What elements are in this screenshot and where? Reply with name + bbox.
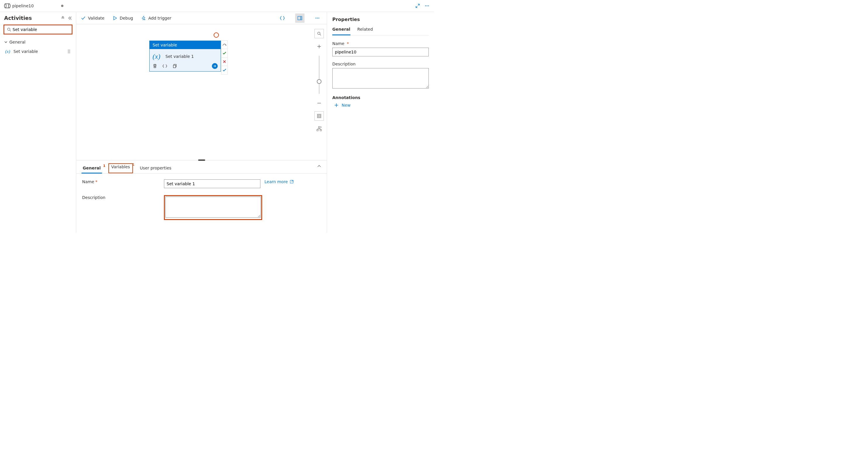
drag-handle-icon [68,50,70,54]
activity-card-set-variable[interactable]: Set variable (x) Set variable 1 [149,41,221,71]
svg-point-3 [427,5,428,6]
search-icon [7,28,11,32]
expand-icon[interactable] [415,3,420,8]
new-annotation-button[interactable]: New [332,103,351,107]
canvas-search-button[interactable] [314,29,324,38]
add-trigger-button[interactable]: Add trigger [141,16,171,21]
status-completion-icon[interactable] [221,66,228,74]
svg-rect-25 [317,129,318,131]
collapse-panel-icon[interactable] [317,164,321,168]
zoom-thumb[interactable] [317,79,321,84]
svg-line-6 [10,30,11,32]
activity-description-input[interactable] [165,197,261,218]
svg-rect-10 [69,50,70,54]
badge: 1 [133,163,135,166]
toolbar-more-icon[interactable] [313,13,322,23]
badge: 1 [103,164,105,168]
description-highlight [164,195,262,220]
auto-layout-button[interactable] [314,124,324,133]
more-icon[interactable] [425,3,429,8]
activities-search-highlight [3,25,72,34]
svg-point-17 [317,18,318,19]
delete-icon[interactable] [153,64,157,68]
canvas-tools [314,29,324,133]
svg-text:(x): (x) [5,49,10,54]
activity-name-input[interactable] [164,179,260,188]
activity-bottom-tabs: General 1 Variables 1 User properties [76,160,327,174]
bottom-tab-general[interactable]: General 1 [82,166,102,173]
pipeline-icon [4,3,10,8]
svg-point-5 [8,28,10,30]
external-link-icon [290,180,294,184]
activities-group-label: General [9,40,25,44]
svg-rect-8 [68,50,68,54]
pipeline-tab-name[interactable]: pipeline10 [12,3,34,8]
svg-rect-20 [173,65,176,68]
bottom-tab-variables[interactable]: Variables 1 [110,164,131,172]
collapse-sidebar-icon[interactable] [68,16,72,20]
unsaved-dot-icon [61,5,63,7]
variables-tab-highlight: Variables 1 [108,163,133,173]
status-skip-icon[interactable] [221,40,228,49]
svg-rect-23 [317,114,321,118]
svg-point-1 [8,4,10,8]
activity-arrow-icon[interactable] [212,63,218,69]
svg-point-4 [428,5,429,6]
debug-label: Debug [120,16,133,21]
description-label: Description [82,195,164,200]
activities-search-input[interactable] [4,25,72,34]
svg-rect-26 [320,129,321,131]
activity-bottom-panel: General 1 Variables 1 User properties [76,160,327,233]
variable-icon: (x) [5,49,11,54]
properties-pane: Properties General Related Name * Descri… [327,12,434,233]
learn-more-link[interactable]: Learn more [265,179,294,184]
props-description-label: Description [332,62,429,66]
activities-title: Activities [4,15,32,21]
status-fail-icon[interactable] [221,57,228,66]
collapse-all-icon[interactable] [61,16,65,20]
name-label: Name* [82,179,164,184]
activity-card-name: Set variable 1 [165,54,194,59]
zoom-out-button[interactable] [314,98,324,108]
annotations-title: Annotations [332,95,429,100]
pipeline-description-input[interactable] [332,68,429,89]
code-icon[interactable] [162,64,167,68]
bottom-tab-user-properties[interactable]: User properties [139,166,173,173]
activity-card-header: Set variable [150,41,221,49]
pipeline-tabbar: pipeline10 [0,0,434,12]
svg-point-18 [318,18,319,19]
debug-button[interactable]: Debug [113,16,133,21]
pipeline-toolbar: Validate Debug Add trigger [76,12,327,24]
validate-label: Validate [88,16,104,21]
svg-point-21 [318,32,320,34]
svg-point-0 [4,4,6,8]
properties-tab-related[interactable]: Related [358,27,373,35]
properties-title: Properties [332,17,429,22]
svg-point-16 [316,18,316,19]
json-view-icon[interactable] [278,13,287,23]
zoom-slider[interactable] [319,56,319,94]
properties-tab-general[interactable]: General [332,27,350,35]
canvas[interactable]: Set variable (x) Set variable 1 [76,24,327,160]
properties-toggle-icon[interactable] [295,13,305,23]
copy-icon[interactable] [173,64,177,68]
svg-line-22 [320,34,321,36]
activity-list-item-label: Set variable [13,49,38,54]
activities-sidebar: Activities General (x) Set [0,12,76,233]
chevron-down-icon [4,40,8,44]
validate-button[interactable]: Validate [81,16,104,21]
zoom-in-button[interactable] [314,42,324,51]
variable-icon: (x) [153,53,162,60]
svg-rect-9 [69,50,69,54]
highlight-circle-icon [214,32,219,38]
zoom-fit-button[interactable] [314,111,324,121]
svg-point-2 [425,5,426,6]
props-name-label: Name * [332,41,429,46]
svg-rect-27 [318,126,320,128]
svg-rect-24 [318,115,320,117]
activities-group-general[interactable]: General [4,40,72,44]
pipeline-name-input[interactable] [332,48,429,56]
main-area: Activities General (x) Set [0,12,434,233]
status-success-icon[interactable] [221,49,228,58]
activity-list-item-set-variable[interactable]: (x) Set variable [4,47,72,56]
